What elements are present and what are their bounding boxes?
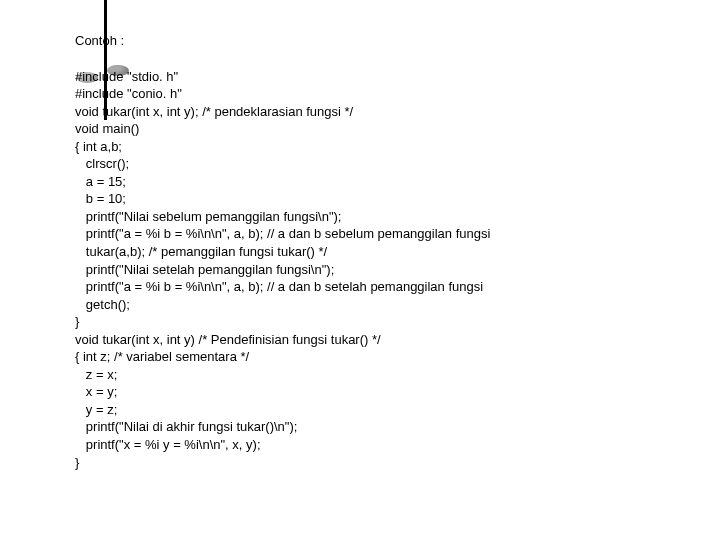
- code-block: #include "stdio. h" #include "conio. h" …: [75, 68, 685, 472]
- slide-title: Contoh :: [75, 32, 685, 50]
- slide-content: Contoh : #include "stdio. h" #include "c…: [75, 32, 685, 471]
